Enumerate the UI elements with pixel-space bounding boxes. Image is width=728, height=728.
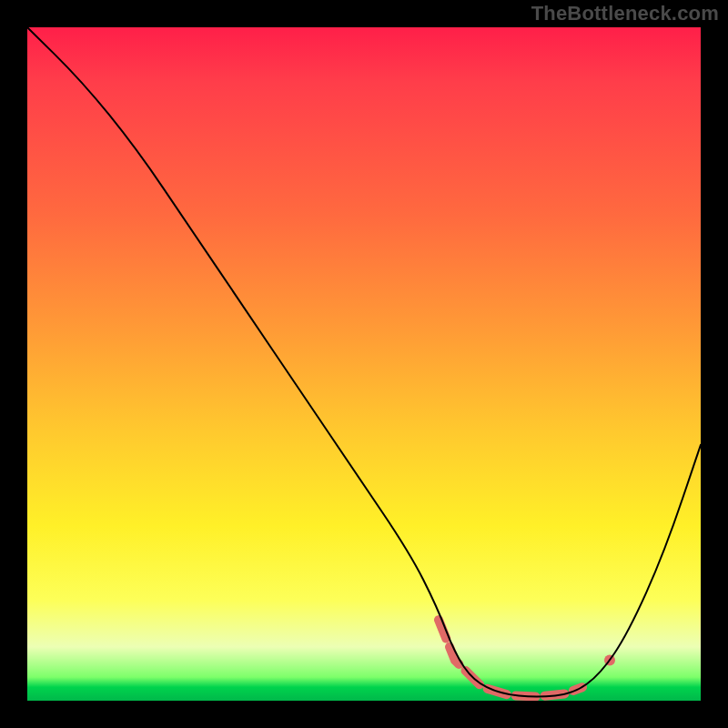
chart-container: TheBottleneck.com	[0, 0, 728, 728]
bottleneck-curve	[27, 27, 701, 696]
curve-layer	[27, 27, 701, 701]
valley-dash	[439, 620, 582, 696]
watermark-text: TheBottleneck.com	[531, 2, 719, 25]
plot-area	[27, 27, 701, 701]
